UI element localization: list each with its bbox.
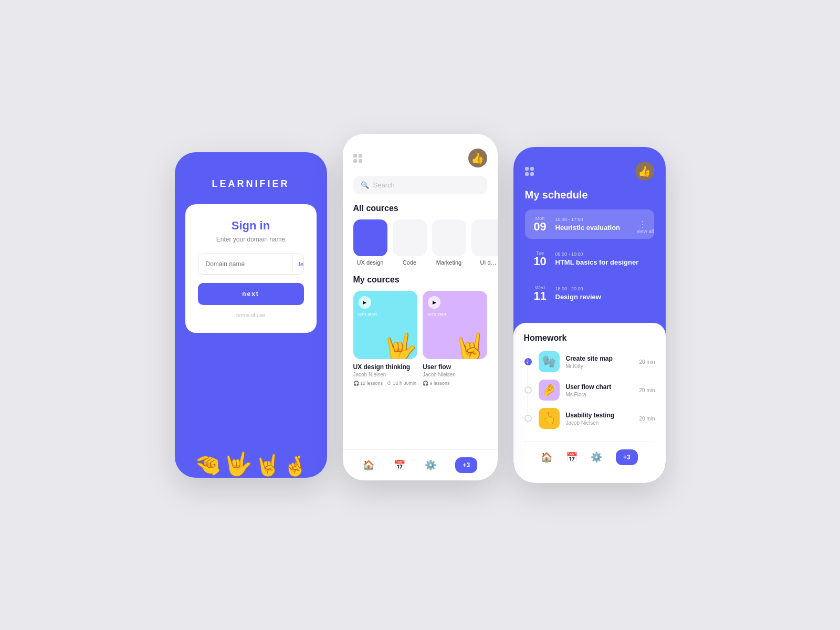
hw-author-3: Jacob Nielsen <box>566 420 633 426</box>
category-icon-code <box>393 219 427 256</box>
more-button[interactable]: +3 <box>455 457 477 473</box>
category-label-ui: UI d… <box>480 259 496 266</box>
schedule-item-1[interactable]: Mon 09 15:30 - 17:00 Heuristic evaluatio… <box>525 209 654 239</box>
hw-dot-1: ✓ <box>524 358 532 365</box>
terms-link[interactable]: terms of use <box>198 312 304 318</box>
category-icon-ui <box>471 219 498 256</box>
grid-dot <box>359 159 362 163</box>
course-lessons-ux: 🎧 12 lessons <box>353 381 383 386</box>
settings-icon-s[interactable]: ⚙️ <box>591 452 602 463</box>
search-icon: 🔍 <box>361 181 369 189</box>
bottom-nav-schedule: 🏠 📅 ⚙️ +3 <box>524 442 655 472</box>
signin-subtitle: Enter your domain name <box>198 236 304 243</box>
course-image-ux: ▶ let's start 🤟 <box>353 291 418 359</box>
category-ux[interactable]: UX design <box>353 219 387 266</box>
lets-start-label-2: let's start <box>428 312 446 317</box>
grid-dot <box>353 159 357 163</box>
domain-suffix: .learnifier.com <box>292 254 304 274</box>
category-icon-marketing <box>432 219 466 256</box>
hw-dot-container-1: ✓ <box>524 358 532 365</box>
course-card-ux[interactable]: ▶ let's start 🤟 UX design thinking Jacob… <box>353 291 418 386</box>
domain-input-row[interactable]: .learnifier.com <box>198 254 304 275</box>
phones-container: LEARNIFIER Sign in Enter your domain nam… <box>154 116 687 514</box>
course-hand-flow: 🤘 <box>453 334 487 359</box>
calendar-icon[interactable]: 📅 <box>394 459 405 471</box>
schedule-item-2[interactable]: Tue 10 09:00 - 10:00 HTML basics for des… <box>525 244 654 274</box>
course-lessons-flow: 🎧 9 lessons <box>423 381 450 386</box>
hand-icon-3: 🤘 <box>255 453 281 478</box>
hand-icon-2: 🤟 <box>224 450 253 478</box>
settings-icon[interactable]: ⚙️ <box>425 459 436 471</box>
schedule-date-2: Tue 10 <box>532 250 548 267</box>
phone-courses: 👍 🔍 Search All cources UX design Code Ma… <box>343 134 498 480</box>
course-info-ux: UX design thinking Jacob Nielsen 🎧 12 le… <box>353 359 418 386</box>
categories-scroll: UX design Code Marketing UI d… <box>343 219 498 275</box>
hw-duration-3: 20 min <box>639 416 655 422</box>
category-marketing[interactable]: Marketing <box>432 219 466 266</box>
category-code[interactable]: Code <box>393 219 427 266</box>
course-name-ux: UX design thinking <box>353 363 418 371</box>
play-button-flow[interactable]: ▶ <box>428 296 440 309</box>
course-card-flow[interactable]: ▶ let's start 🤘 User flow Jacob Nielsen … <box>423 291 487 386</box>
hand-icon-4: 🤞 <box>283 455 308 478</box>
courses-header: 👍 <box>343 134 498 176</box>
hw-info-2: User flow chart Ms.Flora <box>566 383 633 397</box>
hw-thumb-1: 🧤 <box>539 351 560 372</box>
schedule-item-3[interactable]: Wed 11 18:00 - 20:00 Design review <box>525 279 654 308</box>
hw-info-3: Usability testing Jacob Nielsen <box>566 412 633 426</box>
course-meta-ux: 🎧 12 lessons ⏱ 32 h 30min <box>353 381 418 386</box>
hw-thumb-3: 👆 <box>539 408 560 429</box>
course-name-flow: User flow <box>423 363 487 371</box>
signin-card: Sign in Enter your domain name .learnifi… <box>185 204 317 333</box>
course-image-flow: ▶ let's start 🤘 <box>423 291 487 359</box>
schedule-more-icon[interactable]: ⋮ <box>638 219 647 229</box>
hw-thumb-2: 🤌 <box>539 380 560 401</box>
play-button-ux[interactable]: ▶ <box>359 296 371 309</box>
schedule-date-3: Wed 11 <box>532 285 548 302</box>
more-button-s[interactable]: +3 <box>616 449 638 465</box>
phone-schedule: 👍 My schedule view all Mon 09 15:30 - 17… <box>513 147 666 483</box>
category-ui[interactable]: UI d… <box>471 219 498 266</box>
grid-dot-w <box>525 167 529 171</box>
hw-duration-2: 20 min <box>639 387 655 393</box>
schedule-user-avatar[interactable]: 👍 <box>635 162 654 181</box>
all-courses-title: All cources <box>343 204 498 219</box>
homework-section: Homework ✓ 🧤 Create site map Mr.Kitty 20 <box>513 323 666 483</box>
schedule-info-3: 18:00 - 20:00 Design review <box>555 286 647 301</box>
calendar-icon-s[interactable]: 📅 <box>566 452 578 463</box>
hw-item-3[interactable]: 👆 Usability testing Jacob Nielsen 20 min <box>524 408 655 436</box>
category-label-ux: UX design <box>357 259 384 266</box>
hw-author-2: Ms.Flora <box>566 392 633 397</box>
my-courses-title: My cources <box>343 275 498 291</box>
course-author-ux: Jacob Nielsen <box>353 372 418 377</box>
course-author-flow: Jacob Nielsen <box>423 372 487 377</box>
hands-decoration: 🤏 🤟 🤘 🤞 <box>175 388 327 478</box>
hand-icon-1: 🤏 <box>194 452 222 478</box>
hw-item-2[interactable]: 🤌 User flow chart Ms.Flora 20 min <box>524 380 655 408</box>
course-duration-ux: ⏱ 32 h 30min <box>387 381 416 386</box>
view-all-link[interactable]: view all <box>637 228 654 234</box>
course-hand-ux: 🤟 <box>383 334 417 359</box>
hw-item-1[interactable]: ✓ 🧤 Create site map Mr.Kitty 20 min <box>524 351 655 380</box>
home-icon-s[interactable]: 🏠 <box>541 452 552 463</box>
hw-name-3: Usability testing <box>566 412 633 419</box>
search-placeholder-text: Search <box>373 181 395 189</box>
hw-dot-container-2 <box>524 386 532 394</box>
schedule-grid-icon[interactable] <box>525 167 534 176</box>
next-button[interactable]: next <box>198 283 304 305</box>
domain-input[interactable] <box>198 254 292 274</box>
home-icon[interactable]: 🏠 <box>363 459 374 471</box>
search-bar[interactable]: 🔍 Search <box>353 176 487 194</box>
homework-title: Homework <box>524 333 655 343</box>
schedule-header: 👍 <box>513 147 666 189</box>
homework-list: ✓ 🧤 Create site map Mr.Kitty 20 min <box>524 351 655 436</box>
user-avatar[interactable]: 👍 <box>468 149 487 167</box>
hw-name-1: Create site map <box>566 355 633 362</box>
category-icon-ux <box>353 219 387 256</box>
hw-dot-3 <box>524 415 532 422</box>
grid-menu-icon[interactable] <box>353 154 363 163</box>
grid-dot <box>353 154 357 158</box>
hw-name-2: User flow chart <box>566 383 633 391</box>
schedule-date-1: Mon 09 <box>532 216 548 233</box>
hw-info-1: Create site map Mr.Kitty <box>566 355 633 369</box>
